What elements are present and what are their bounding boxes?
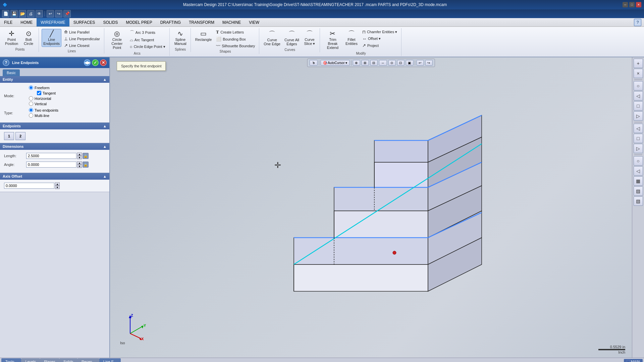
tab-line-e[interactable]: Line E...	[99, 358, 121, 362]
pin-button[interactable]: 📌	[63, 10, 71, 17]
angle-input[interactable]	[26, 162, 76, 168]
vp-btn5[interactable]: ⊙	[388, 60, 395, 66]
ribbon-btn-point-position[interactable]: ✛ PointPosition	[3, 29, 20, 47]
axis-offset-input[interactable]	[4, 183, 54, 189]
endpoint-btn-2[interactable]: 2	[15, 132, 25, 140]
menu-machine[interactable]: MACHINE	[218, 18, 245, 26]
rp-btn-pan-center[interactable]: □	[634, 101, 643, 111]
tangent-checkbox[interactable]	[37, 91, 41, 95]
tab-solids[interactable]: Solids	[59, 358, 77, 362]
mode-vertical-radio[interactable]	[29, 102, 33, 106]
type-two-endpoints-radio[interactable]	[29, 108, 33, 112]
tab-levels[interactable]: Levels	[21, 358, 40, 362]
panel-help-icon[interactable]: ?	[3, 59, 9, 66]
redo-button[interactable]: ↪	[55, 10, 62, 17]
rp-btn-view-left[interactable]: ◁	[634, 166, 643, 176]
print-button[interactable]: 🖨	[27, 10, 35, 17]
rp-btn-view-shade[interactable]: ▨	[634, 186, 643, 196]
ribbon-btn-create-letters[interactable]: 𝐓 Create Letters	[214, 29, 257, 36]
rp-btn-pan-left[interactable]: ◁	[634, 91, 643, 101]
mode-freeform-radio[interactable]	[29, 85, 33, 90]
viewport[interactable]: 🖱 🎯 AutoCursor ▾ ⊕ ⊞ ⊟ ↔ ⊙ ⊡ ▣ ↩ ↪ Speci…	[110, 57, 632, 358]
minimize-button[interactable]: ─	[623, 2, 628, 7]
undo-button[interactable]: ↩	[47, 10, 54, 17]
endpoints-section-header[interactable]: Endpoints ▲	[0, 123, 109, 129]
tab-recen[interactable]: Recen...	[77, 358, 99, 362]
open-button[interactable]: 📂	[19, 10, 26, 17]
vp-btn2[interactable]: ⊞	[361, 60, 369, 66]
ribbon-btn-circle-center[interactable]: ◎ CircleCenter Point	[107, 29, 127, 51]
rp-btn-view-wire[interactable]: ▧	[634, 196, 643, 206]
ribbon-btn-chamfer[interactable]: ⊓ Chamfer Entities ▾	[360, 29, 399, 35]
menu-view[interactable]: VIEW	[245, 18, 263, 26]
rp-btn-zoom-out[interactable]: ×	[634, 69, 643, 78]
rp-btn-zoom-in[interactable]: +	[634, 59, 643, 68]
menu-drafting[interactable]: DRAFTING	[156, 18, 185, 26]
ribbon-btn-curve-one-edge[interactable]: ⌒ CurveOne Edge	[262, 29, 282, 47]
menu-model-prep[interactable]: MODEL PREP	[122, 18, 156, 26]
endpoint-btn-1[interactable]: 1	[4, 132, 14, 140]
ribbon-btn-bolt-circle[interactable]: ⊙ BoltCircle	[20, 29, 37, 47]
length-spinner-up[interactable]: ▲	[77, 153, 82, 156]
panel-ok-btn[interactable]: ✓	[92, 59, 99, 66]
ribbon-btn-offset[interactable]: ↔ Offset ▾	[360, 36, 399, 42]
axis-offset-spinner-down[interactable]: ▼	[55, 186, 60, 189]
rp-btn-fit[interactable]: □	[634, 134, 643, 143]
maximize-button[interactable]: □	[629, 2, 635, 7]
ribbon-btn-line-closest[interactable]: ↗ Line Closest	[62, 42, 102, 49]
rp-btn-rotate-right[interactable]: ▷	[634, 144, 643, 153]
vp-btn1[interactable]: ⊕	[353, 60, 360, 66]
dimensions-section-header[interactable]: Dimensions ▲	[0, 143, 109, 150]
ribbon-btn-line-parallel[interactable]: ⟰ Line Parallel	[62, 29, 102, 35]
vp-btn6[interactable]: ⊡	[397, 60, 404, 66]
vp-btn4[interactable]: ↔	[379, 60, 387, 66]
preview-button[interactable]: 👁	[36, 10, 43, 17]
panel-back-btn[interactable]: ◀▶	[84, 59, 91, 66]
ribbon-btn-silhouette-boundary[interactable]: 〰 Silhouette Boundary	[214, 43, 257, 49]
rp-btn-pan-right[interactable]: ▷	[634, 111, 643, 121]
ribbon-btn-rectangle[interactable]: ▭ Rectangle	[194, 29, 214, 43]
length-input[interactable]	[26, 153, 76, 159]
ribbon-btn-bounding-box[interactable]: ⬜ Bounding Box	[214, 36, 257, 42]
vp-btn7[interactable]: ▣	[406, 60, 413, 66]
ribbon-btn-project[interactable]: ↗ Project	[360, 42, 399, 49]
entity-section-header[interactable]: Entity ▲	[0, 76, 109, 83]
new-button[interactable]: 📄	[2, 10, 9, 17]
vp-btn8[interactable]: ↩	[416, 60, 424, 66]
vp-btn3[interactable]: ⊟	[370, 60, 377, 66]
rp-btn-view-extra[interactable]: ▦	[634, 176, 643, 186]
menu-file[interactable]: FILE	[0, 18, 16, 26]
vp-select-btn[interactable]: 🖱	[310, 60, 318, 66]
ribbon-btn-arc-tangent[interactable]: ⌓ Arc Tangent	[128, 37, 167, 43]
ribbon-btn-fillet-entities[interactable]: ⌒ FilletEntities	[343, 29, 360, 47]
tab-toolp[interactable]: Toolp...	[1, 358, 21, 362]
vp-btn9[interactable]: ↪	[425, 60, 432, 66]
tab-planes[interactable]: Planes	[40, 358, 59, 362]
ribbon-btn-line-perpendicular[interactable]: ⊥ Line Perpendicular	[62, 36, 102, 42]
angle-lock-btn[interactable]: 🔒	[83, 162, 89, 168]
save-button[interactable]: 💾	[10, 10, 18, 17]
rp-btn-view-top[interactable]: ○	[634, 156, 643, 166]
help-button[interactable]: ?	[634, 19, 641, 26]
panel-cancel-btn[interactable]: ✕	[100, 59, 107, 66]
menu-transform[interactable]: TRANSFORM	[185, 18, 218, 26]
model-area[interactable]	[110, 71, 632, 344]
panel-tab-basic[interactable]: Basic	[3, 69, 20, 76]
rp-btn-rotate-left[interactable]: ◁	[634, 124, 643, 133]
mode-horizontal-radio[interactable]	[29, 96, 33, 101]
length-spinner-down[interactable]: ▼	[77, 156, 82, 159]
menu-surfaces[interactable]: SURFACES	[69, 18, 99, 26]
menu-wireframe[interactable]: WIREFRAME	[37, 18, 69, 26]
ribbon-btn-curve-slice[interactable]: ⌒ CurveSlice ▾	[302, 29, 318, 47]
ribbon-btn-circle-edge-point[interactable]: ○ Circle Edge Point ▾	[128, 44, 167, 50]
ribbon-btn-line-endpoints[interactable]: ╱ LineEndpoints	[42, 29, 61, 47]
menu-solids[interactable]: SOLIDS	[99, 18, 122, 26]
angle-spinner-down[interactable]: ▼	[77, 165, 82, 168]
axis-offset-spinner-up[interactable]: ▲	[55, 182, 60, 186]
ribbon-btn-arc3pts[interactable]: ⌒ Arc 3 Points	[128, 29, 167, 36]
type-multiline-radio[interactable]	[29, 113, 33, 118]
close-button[interactable]: ✕	[636, 2, 641, 7]
ribbon-btn-spline-manual[interactable]: ∿ SplineManual	[172, 29, 189, 47]
axis-offset-section-header[interactable]: Axis Offset ▲	[0, 173, 109, 180]
rp-btn-orbit[interactable]: ○	[634, 81, 643, 90]
